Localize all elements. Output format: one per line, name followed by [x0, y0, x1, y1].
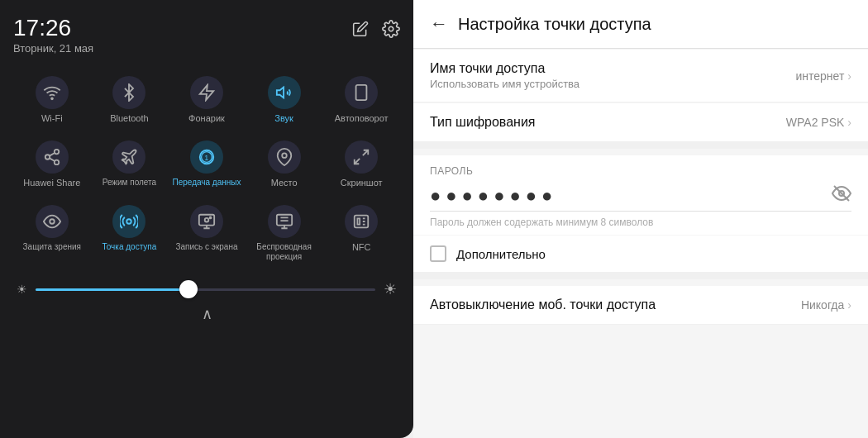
location-icon: [268, 140, 301, 174]
brightness-row: ☀ ☀: [13, 280, 400, 298]
tile-flashlight[interactable]: Фонарик: [168, 69, 246, 131]
tile-sound-label: Звук: [274, 113, 293, 124]
tile-nfc[interactable]: NFC: [322, 198, 400, 269]
tile-flashlight-label: Фонарик: [188, 113, 225, 124]
auto-off-chevron: ›: [847, 298, 851, 312]
tile-data-transfer-label: Передача данных: [172, 178, 241, 188]
password-toggle-visibility-icon[interactable]: [832, 183, 851, 207]
divider-2: [413, 273, 868, 279]
tile-nfc-label: NFC: [352, 242, 371, 253]
encryption-row[interactable]: Тип шифрования WPA2 PSK ›: [413, 103, 868, 142]
tile-autorotate[interactable]: Автоповорот: [322, 69, 400, 131]
brightness-min-icon: ☀: [17, 283, 27, 296]
svg-marker-2: [200, 85, 214, 100]
brightness-track[interactable]: [36, 288, 375, 291]
brightness-max-icon: ☀: [384, 280, 397, 298]
wireless-project-icon: [268, 205, 301, 238]
tile-data-transfer[interactable]: 1 Передача данных: [168, 134, 246, 195]
time-block: 17:26 Вторник, 21 мая: [13, 17, 93, 55]
page-title: Настройка точки доступа: [458, 15, 651, 34]
password-hint: Пароль должен содержать минимум 8 символ…: [430, 217, 851, 228]
settings-gear-icon[interactable]: [382, 20, 400, 42]
tile-screen-record-label: Запись с экрана: [175, 242, 237, 252]
tile-wifi[interactable]: Wi-Fi: [13, 69, 91, 131]
tile-sound[interactable]: Звук: [246, 69, 323, 131]
edit-icon[interactable]: [352, 21, 369, 41]
hotspot-icon: [112, 205, 145, 238]
svg-rect-19: [199, 215, 214, 226]
additional-checkbox[interactable]: [430, 245, 446, 262]
auto-off-right: Никогда ›: [801, 298, 851, 312]
encryption-section: Тип шифрования WPA2 PSK ›: [413, 103, 868, 142]
tile-screen-record[interactable]: Запись с экрана: [168, 198, 246, 269]
wifi-icon: [36, 76, 69, 109]
additional-row[interactable]: Дополнительно: [413, 236, 868, 273]
autorotate-icon: [345, 76, 378, 109]
quick-tiles-grid: Wi-Fi Bluetooth Фонарик: [13, 69, 400, 269]
svg-point-17: [50, 220, 55, 225]
ap-name-subtitle: Использовать имя устройства: [430, 78, 795, 90]
svg-point-18: [127, 220, 132, 225]
settings-header: ← Настройка точки доступа: [413, 0, 868, 49]
nfc-icon: [345, 205, 378, 238]
date: Вторник, 21 мая: [13, 42, 93, 55]
tile-bluetooth[interactable]: Bluetooth: [91, 69, 169, 131]
back-button[interactable]: ←: [430, 13, 448, 35]
tile-bluetooth-label: Bluetooth: [110, 113, 148, 124]
status-icons: [352, 20, 400, 42]
tile-eye-protect[interactable]: Защита зрения: [13, 198, 91, 269]
quick-settings-panel: 17:26 Вторник, 21 мая: [0, 0, 413, 438]
tile-screenshot-label: Скриншот: [341, 178, 383, 188]
expand-icon[interactable]: ∧: [202, 305, 212, 323]
password-dots: ●●●●●●●●: [430, 185, 557, 207]
tile-wireless-project[interactable]: Беспроводная проекция: [246, 198, 323, 269]
brightness-thumb[interactable]: [179, 280, 198, 298]
svg-line-16: [355, 159, 360, 164]
tile-eye-protect-label: Защита зрения: [23, 242, 81, 252]
encryption-chevron: ›: [847, 116, 851, 129]
brightness-fill: [36, 288, 188, 291]
screen-record-icon: [190, 205, 223, 238]
encryption-title: Тип шифрования: [430, 115, 786, 130]
status-bar: 17:26 Вторник, 21 мая: [13, 17, 400, 55]
huawei-share-icon: [36, 140, 69, 174]
ap-name-row[interactable]: Имя точки доступа Использовать имя устро…: [413, 50, 868, 102]
password-section: ПАРОЛЬ ●●●●●●●● Пароль должен содержать …: [413, 155, 868, 235]
svg-text:1: 1: [204, 154, 208, 162]
encryption-value: WPA2 PSK: [786, 116, 845, 129]
auto-off-row[interactable]: Автовыключение моб. точки доступа Никогд…: [413, 286, 868, 325]
svg-rect-23: [355, 216, 369, 228]
svg-point-14: [282, 154, 287, 159]
ap-name-right: интернет ›: [795, 69, 851, 83]
ap-name-title: Имя точки доступа: [430, 61, 795, 76]
tile-wifi-label: Wi-Fi: [41, 113, 63, 124]
tile-hotspot[interactable]: Точка доступа: [91, 198, 169, 269]
ap-name-chevron: ›: [847, 69, 851, 83]
svg-point-8: [55, 160, 60, 165]
encryption-right: WPA2 PSK ›: [786, 116, 851, 129]
bluetooth-icon: [112, 76, 145, 109]
tile-huawei-share[interactable]: Huawei Share: [13, 134, 91, 195]
tile-airplane[interactable]: Режим полета: [91, 134, 169, 195]
additional-label: Дополнительно: [456, 247, 546, 261]
password-label: ПАРОЛЬ: [430, 165, 851, 177]
svg-point-0: [389, 26, 393, 31]
svg-line-15: [363, 150, 368, 155]
auto-off-title: Автовыключение моб. точки доступа: [430, 298, 801, 312]
ap-name-left: Имя точки доступа Использовать имя устро…: [430, 61, 795, 90]
tile-location-label: Место: [271, 178, 298, 188]
svg-line-10: [50, 153, 55, 156]
ap-name-value: интернет: [795, 69, 844, 83]
clock: 17:26: [13, 17, 93, 40]
ap-name-section: Имя точки доступа Использовать имя устро…: [413, 50, 868, 102]
tile-hotspot-label: Точка доступа: [102, 242, 156, 252]
chevron-row: ∧: [13, 305, 400, 323]
svg-marker-3: [276, 88, 283, 98]
tile-screenshot[interactable]: Скриншот: [322, 134, 400, 195]
svg-point-21: [210, 217, 212, 219]
svg-point-7: [45, 155, 50, 159]
tile-autorotate-label: Автоповорот: [335, 113, 389, 124]
tile-huawei-share-label: Huawei Share: [23, 178, 80, 188]
auto-off-value: Никогда: [801, 298, 844, 312]
tile-location[interactable]: Место: [246, 134, 323, 195]
